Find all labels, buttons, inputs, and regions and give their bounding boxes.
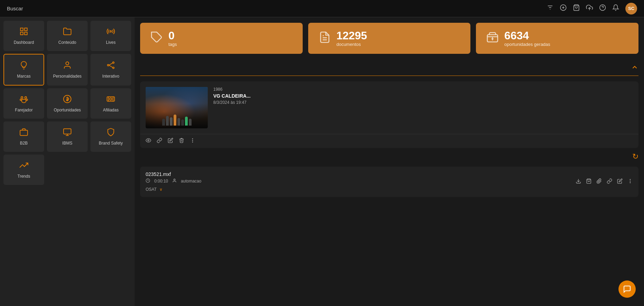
file-export-icon[interactable] [576, 178, 581, 185]
stat-tags-number: 0 [168, 30, 177, 42]
file-tag-icon[interactable] [586, 178, 592, 185]
bell-icon[interactable] [612, 4, 619, 13]
sidebar-item-trends-label: Trends [18, 174, 30, 179]
view-icon[interactable] [146, 138, 151, 145]
shield-icon [106, 128, 115, 138]
content-item-1-thumbnail [146, 87, 208, 128]
svg-point-47 [630, 182, 630, 183]
sidebar-item-b2b[interactable]: B2B [3, 121, 44, 152]
sidebar-item-conteudo[interactable]: Conteúdo [47, 21, 88, 51]
section-toggle-chevron[interactable] [631, 63, 638, 73]
svg-rect-28 [20, 130, 28, 136]
monitor-icon [63, 128, 72, 138]
stat-documentos-info: 12295 documentos [336, 30, 367, 47]
sidebar-item-personalidades[interactable]: Personalidades [47, 54, 88, 86]
svg-point-14 [110, 31, 111, 32]
sidebar-item-marcas-label: Marcas [17, 74, 30, 79]
content-item-1-date: 8/3/2024 às 19:47 [213, 100, 633, 105]
shopping-icon[interactable] [573, 4, 580, 13]
svg-point-15 [66, 62, 69, 65]
content-item-1-actions [140, 134, 638, 148]
file-edit-icon[interactable] [617, 178, 623, 185]
main-layout: Dashboard Conteúdo Lives [0, 17, 644, 306]
svg-point-17 [113, 62, 114, 63]
sidebar-item-afiliadas[interactable]: Afiliadas [90, 88, 131, 119]
stat-oportunidades-geradas-info: 6634 oportunidades geradas [504, 30, 550, 47]
header-left: Buscar [7, 6, 23, 11]
avatar[interactable]: SC [625, 3, 637, 14]
sidebar-item-dashboard[interactable]: Dashboard [3, 21, 44, 51]
file-link-icon[interactable] [607, 178, 612, 185]
folder-icon [63, 27, 72, 37]
header-right: SC [547, 3, 637, 14]
stat-oportunidades-geradas-label: oportunidades geradas [504, 42, 550, 47]
sidebar-item-ibms[interactable]: IBMS [47, 121, 88, 152]
sidebar-item-oportunidades[interactable]: Oportunidades [47, 88, 88, 119]
sidebar-item-farejador-label: Farejador [15, 108, 32, 112]
svg-point-46 [630, 181, 630, 181]
stat-tags-info: 0 tags [168, 30, 177, 47]
content-item-1-title: VG CALDEIRA... [213, 93, 633, 99]
content-item-1-meta: 1986 VG CALDEIRA... 8/3/2024 às 19:47 [213, 87, 633, 105]
svg-rect-12 [25, 32, 27, 35]
stat-oportunidades-geradas-number: 6634 [504, 30, 550, 42]
sidebar: Dashboard Conteúdo Lives [0, 17, 135, 306]
sidebar-item-brand-safety-label: Brand Safety [99, 141, 123, 146]
edit-icon[interactable] [168, 138, 173, 145]
briefcase-icon [19, 128, 28, 138]
main-content: 0 tags 12295 documentos [135, 17, 644, 306]
svg-point-16 [107, 65, 109, 66]
svg-rect-30 [64, 129, 71, 134]
file-item-channel: OSAT [146, 187, 157, 192]
file-item-channel-toggle[interactable]: ∨ [159, 187, 163, 192]
file-more-icon[interactable] [627, 178, 633, 185]
svg-point-45 [630, 179, 630, 180]
upload-icon[interactable] [586, 4, 593, 13]
sidebar-item-conteudo-label: Conteúdo [58, 40, 76, 45]
link-icon[interactable] [157, 138, 162, 145]
trending-icon [19, 161, 28, 171]
sidebar-item-brand-safety[interactable]: Brand Safety [90, 121, 131, 152]
money-icon [63, 95, 72, 105]
stats-row: 0 tags 12295 documentos [140, 23, 638, 54]
help-icon[interactable] [599, 4, 606, 13]
sidebar-item-trends[interactable]: Trends [3, 155, 44, 185]
sidebar-item-interativo[interactable]: Interativo [90, 54, 131, 86]
grid-icon [19, 27, 28, 37]
sidebar-item-dashboard-label: Dashboard [14, 40, 34, 45]
svg-line-20 [109, 65, 113, 68]
svg-point-27 [110, 98, 112, 100]
broadcast-icon [106, 27, 115, 37]
sidebar-item-afiliadas-label: Afiliadas [103, 108, 118, 112]
stat-documentos: 12295 documentos [308, 23, 471, 54]
svg-rect-13 [20, 32, 23, 35]
more-options-icon[interactable] [190, 138, 195, 145]
svg-point-39 [192, 140, 193, 141]
sidebar-item-farejador[interactable]: Farejador [3, 88, 44, 119]
chat-button[interactable] [618, 280, 636, 298]
file-item-user-icon [172, 178, 177, 184]
sidebar-item-lives-label: Lives [106, 40, 116, 45]
paw-icon [19, 95, 28, 105]
stat-oportunidades-geradas: 6634 oportunidades geradas [476, 23, 638, 54]
svg-point-37 [148, 140, 149, 141]
sidebar-item-b2b-label: B2B [20, 141, 28, 146]
sidebar-item-lives[interactable]: Lives [90, 21, 131, 51]
sidebar-item-marcas[interactable]: Marcas [3, 54, 44, 86]
svg-point-38 [192, 139, 193, 139]
file-item-info: 023521.mxf 0:00:10 [146, 171, 570, 192]
add-icon[interactable] [560, 4, 567, 13]
file-item-user: automacao [181, 179, 201, 184]
refresh-icon[interactable]: ↻ [632, 152, 638, 161]
nodes-icon [106, 61, 115, 71]
content-item-1: 1986 VG CALDEIRA... 8/3/2024 às 19:47 [140, 81, 638, 148]
filter-icon[interactable] [547, 4, 554, 13]
person-icon [63, 61, 72, 71]
file-item-meta: 0:00:10 automacao [146, 178, 570, 184]
file-item-duration-icon [146, 178, 150, 184]
header: Buscar [0, 0, 644, 17]
delete-icon[interactable] [179, 138, 184, 145]
file-attach-icon[interactable] [596, 178, 602, 185]
section-header [140, 61, 638, 76]
money-bag-icon [486, 31, 499, 46]
